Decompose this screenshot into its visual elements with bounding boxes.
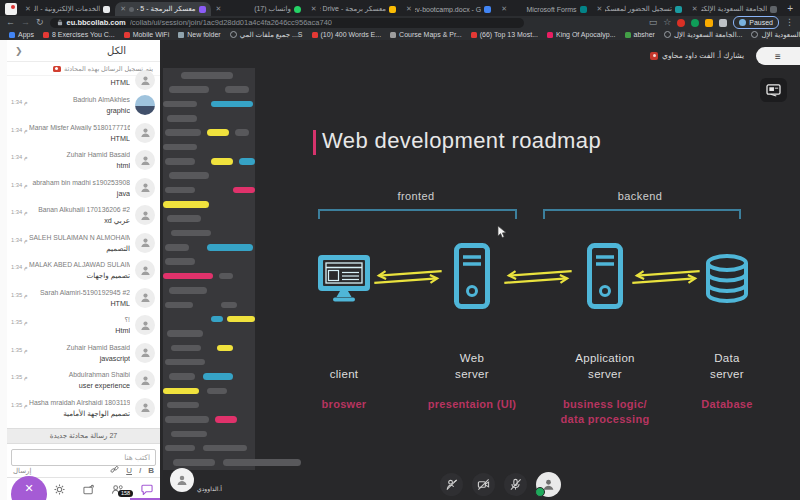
attendees-icon[interactable]: 158 xyxy=(109,482,125,496)
message-time: م 1:34 xyxy=(11,237,28,243)
forward-icon[interactable]: → xyxy=(21,18,30,27)
bookmark-item[interactable]: New folder xyxy=(178,31,220,38)
node-sublabel: presentaion (UI) xyxy=(407,397,537,412)
tab-close-icon[interactable]: ✕ xyxy=(120,5,126,13)
globe-icon xyxy=(230,31,237,38)
bookmark-item[interactable]: Course Maps & Pr... xyxy=(390,31,462,38)
code-bar xyxy=(207,388,227,395)
browser-tab[interactable]: ✕web-dev-bootcamp.docx - G... xyxy=(401,2,496,16)
session-menu-button[interactable]: ≡ xyxy=(756,47,800,65)
code-bar xyxy=(169,373,195,380)
extension-icon[interactable] xyxy=(691,19,699,27)
message-text: html xyxy=(29,161,130,170)
tab-favicon xyxy=(580,6,587,13)
avatar xyxy=(135,260,155,280)
browser-tab[interactable]: ✕الخدمات الإلكترونية - الجامعة الس... xyxy=(20,2,115,16)
bookmark-item[interactable]: (66) Top 13 Most... xyxy=(471,31,538,38)
slide-code-decoration xyxy=(163,68,255,470)
chat-message-list[interactable]: HTMLBadriuh AlmAkhlesgraphicم 1:34Manar … xyxy=(7,76,160,422)
code-bar-row xyxy=(163,283,255,297)
bookmark-item[interactable]: 8 Exercises You C... xyxy=(43,31,115,38)
tab-close-icon[interactable]: ✕ xyxy=(501,5,507,13)
mic-off-icon[interactable] xyxy=(504,473,527,496)
bookmark-star-icon[interactable]: ☆ xyxy=(663,18,671,27)
node-label: Dataserver xyxy=(672,346,782,382)
profile-sync-paused-button[interactable]: Paused xyxy=(733,16,779,29)
camera-off-icon[interactable] xyxy=(472,473,495,496)
tab-close-icon[interactable]: ✕ xyxy=(406,5,412,13)
link-icon[interactable] xyxy=(110,465,119,476)
my-profile-avatar[interactable] xyxy=(536,472,561,497)
code-bar xyxy=(181,72,233,79)
frontend-bracket xyxy=(318,209,517,219)
chat-tab-icon[interactable] xyxy=(139,482,155,496)
tab-recording-icon xyxy=(129,7,134,12)
message-time: م 1:34 xyxy=(11,99,28,105)
address-bar[interactable]: eu.bbcollab.com/collab/ui/session/join/1… xyxy=(50,18,524,28)
share-content-icon[interactable] xyxy=(81,482,97,496)
message-text: user experience xyxy=(29,381,130,390)
bold-icon[interactable]: B xyxy=(148,466,154,475)
bookmark-item[interactable]: Mobile WiFi xyxy=(124,31,170,38)
bookmark-item[interactable]: (10) 400 Words E... xyxy=(312,31,382,38)
browser-tab[interactable]: ✕الجامعة السعودية الإلكترونية xyxy=(687,2,782,16)
browser-tab[interactable]: ✕واتساب (17) xyxy=(211,2,306,16)
menu-kebab-icon[interactable]: ⋮ xyxy=(785,18,794,27)
browser-tab[interactable]: ✕Microsoft Forms xyxy=(496,2,591,16)
new-tab-button[interactable]: + xyxy=(782,3,800,16)
tab-close-icon[interactable]: ✕ xyxy=(692,5,698,13)
chat-message: Badriuh AlmAkhlesgraphicم 1:34 xyxy=(7,92,160,120)
exchange-arrow-icon xyxy=(500,267,576,291)
tab-close-icon[interactable]: ✕ xyxy=(25,5,31,13)
bookmark-item[interactable]: الجامعة السعودية الإل... xyxy=(751,31,800,39)
italic-icon[interactable]: I xyxy=(139,466,141,475)
chat-back-chevron-icon[interactable]: ❯ xyxy=(15,46,23,56)
browser-tab[interactable]: ✕معسكر البرمجة - 5 - ...orate xyxy=(115,2,210,16)
bookmark-item[interactable]: Apps xyxy=(9,31,34,38)
code-bar-row xyxy=(163,312,255,326)
code-bar xyxy=(163,144,197,151)
underline-icon[interactable]: U xyxy=(126,466,132,475)
browser-tab[interactable]: ✕تسجيل الحضور لمعسكر برمجة ال... xyxy=(592,2,687,16)
code-bar-row xyxy=(163,298,255,312)
message-time: م 1:35 xyxy=(11,319,28,325)
tab-title: معسكر البرمجة - 5 - ...orate xyxy=(137,5,195,13)
globe-icon xyxy=(664,31,671,38)
pinned-tab[interactable] xyxy=(5,3,17,15)
tab-close-icon[interactable]: ✕ xyxy=(597,5,603,13)
favicon xyxy=(9,32,15,38)
bookmark-label: New folder xyxy=(187,31,220,38)
message-time: م 1:35 xyxy=(11,374,28,380)
chat-message: Zuhair Hamid Basaidhtmlم 1:34 xyxy=(7,147,160,175)
sharing-indicator-icon xyxy=(650,52,658,60)
tab-close-icon[interactable]: ✕ xyxy=(311,5,317,13)
code-bar-row xyxy=(163,254,255,268)
back-icon[interactable]: ← xyxy=(6,18,15,27)
message-text: Html xyxy=(29,326,130,335)
settings-gear-icon[interactable] xyxy=(51,482,67,496)
extension-icon[interactable] xyxy=(705,19,713,27)
bookmark-item[interactable]: King Of Apocalyp... xyxy=(547,31,616,38)
extensions-puzzle-icon[interactable] xyxy=(719,19,727,27)
bookmark-item[interactable]: جميع ملفات المي ...S xyxy=(230,31,303,39)
reload-icon[interactable]: ↻ xyxy=(36,18,44,27)
browser-tab[interactable]: ✕معسكر برمجة - Google Drive xyxy=(306,2,401,16)
bookmark-item[interactable]: الجامعة السعودية الإل... xyxy=(664,31,743,39)
presenter-video-tile[interactable]: أ.الداوودي xyxy=(170,468,260,500)
status-away-icon[interactable] xyxy=(440,473,463,496)
new-messages-banner[interactable]: 27 رسالة محادثة جديدة xyxy=(7,428,160,444)
presenter-avatar xyxy=(170,468,194,492)
bookmark-item[interactable]: absher xyxy=(625,31,655,38)
extension-icon[interactable] xyxy=(677,19,685,27)
chat-message: Hasha mraidah Alrshaidi 1803119...تصميم … xyxy=(7,395,160,423)
message-time: م 1:34 xyxy=(11,154,28,160)
shared-screen-icon[interactable] xyxy=(760,78,787,102)
node-label: Applicationserver xyxy=(550,346,660,382)
code-bar xyxy=(207,129,229,136)
wallet-icon[interactable]: ▭ xyxy=(649,18,658,27)
recording-icon xyxy=(53,66,61,72)
message-sender: Banan Alkuhaili 170136206 #2 xyxy=(29,206,130,213)
tab-close-icon[interactable]: ✕ xyxy=(216,5,222,13)
send-button[interactable]: إرسال xyxy=(13,467,31,475)
close-panel-button[interactable]: ✕ xyxy=(11,476,47,500)
